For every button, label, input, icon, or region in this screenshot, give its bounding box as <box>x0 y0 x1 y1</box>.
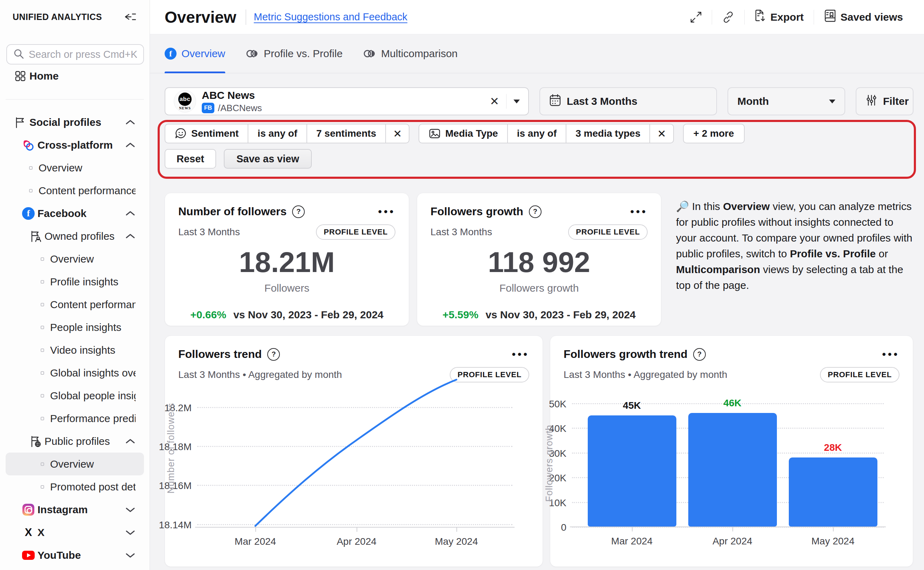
x-tick-label: Apr 2024 <box>712 536 752 547</box>
page-title: Overview <box>165 8 237 27</box>
card-title: Followers growth <box>431 205 523 218</box>
view-tabs: fOverviewProfile vs. ProfileMulticompari… <box>150 34 924 73</box>
filter-field[interactable]: Sentiment <box>165 124 248 142</box>
search-box[interactable] <box>6 44 144 64</box>
card-menu-icon[interactable]: ••• <box>378 208 396 215</box>
y-tick-label: 18.16M <box>159 480 197 492</box>
sidebar-item-label: Promoted post dete... <box>50 481 136 493</box>
sidebar-item-people-insights[interactable]: People insights <box>6 316 144 339</box>
x-tick <box>255 527 256 532</box>
chevron-down-icon[interactable] <box>125 507 136 513</box>
sidebar-item-overview[interactable]: Overview <box>6 156 144 179</box>
sidebar-item-profile-insights[interactable]: Profile insights <box>6 270 144 293</box>
search-input[interactable] <box>29 49 137 60</box>
sidebar-item-owned-profiles[interactable]: Owned profiles <box>6 225 144 248</box>
aggregation-caret <box>829 100 835 103</box>
bullet-icon <box>41 348 44 352</box>
date-range-button[interactable]: Last 3 Months <box>539 87 717 115</box>
profile-selector[interactable]: abc NEWS ABC News FB /ABCNews ✕ <box>165 87 529 115</box>
chevron-down-icon[interactable] <box>125 552 136 558</box>
sidebar-item-video-insights[interactable]: Video insights <box>6 339 144 362</box>
reset-button[interactable]: Reset <box>165 149 216 169</box>
followers-value: 18.21M <box>165 246 409 279</box>
profile-level-badge: PROFILE LEVEL <box>820 367 900 383</box>
filter-value[interactable]: 7 sentiments <box>307 124 386 142</box>
growth-label: Followers growth <box>417 282 661 294</box>
bullet-icon <box>41 257 44 261</box>
filter-button[interactable]: Filter <box>856 87 913 115</box>
remove-filter-icon[interactable]: ✕ <box>386 124 409 142</box>
abc-news-logo: abc NEWS <box>174 90 196 112</box>
card-menu-icon[interactable]: ••• <box>512 351 529 358</box>
sidebar-item-x[interactable]: XX <box>6 521 144 544</box>
sidebar-item-public-profiles[interactable]: Public profiles <box>6 430 144 452</box>
sidebar-item-social-profiles[interactable]: Social profiles <box>6 111 144 133</box>
saved-views-icon <box>824 9 837 25</box>
sidebar-item-label: Performance predict... <box>50 412 136 424</box>
home-grid-icon <box>14 70 27 83</box>
chevron-down-icon[interactable] <box>125 529 136 536</box>
card-menu-icon[interactable]: ••• <box>882 351 900 358</box>
chart-period: Last 3 Months • Aggregated by month <box>564 369 727 380</box>
bar-may-2024[interactable] <box>789 458 877 527</box>
sidebar-item-global-insights-overv[interactable]: Global insights overv... <box>6 362 144 384</box>
bullet-icon <box>41 417 44 420</box>
metric-suggestions-link[interactable]: Metric Suggestions and Feedback <box>254 11 407 23</box>
sidebar-item-home[interactable]: Home <box>6 64 144 87</box>
bar-apr-2024[interactable] <box>688 413 777 527</box>
sidebar-item-content-performance[interactable]: Content performance <box>6 293 144 316</box>
help-icon[interactable]: ? <box>529 205 542 218</box>
sidebar-item-instagram[interactable]: Instagram <box>6 498 144 521</box>
help-icon[interactable]: ? <box>292 205 305 218</box>
profile-dropdown-caret[interactable] <box>513 100 520 103</box>
help-icon[interactable]: ? <box>693 348 706 361</box>
filter-value[interactable]: 3 media types <box>567 124 650 142</box>
flag-icon <box>14 116 27 129</box>
sidebar-item-cross-platform[interactable]: Cross-platform <box>6 133 144 156</box>
save-as-view-button[interactable]: Save as view <box>224 149 312 169</box>
chevron-up-icon[interactable] <box>125 210 136 217</box>
profile-name: ABC News <box>202 89 262 101</box>
sidebar-item-overview[interactable]: Overview <box>6 248 144 270</box>
date-range-label: Last 3 Months <box>567 95 637 107</box>
tab-profile-vs-profile[interactable]: Profile vs. Profile <box>246 34 342 73</box>
sidebar-item-label: Profile insights <box>50 276 118 288</box>
sidebar-item-global-people-insights[interactable]: Global people insights <box>6 384 144 407</box>
info-text: or <box>876 248 888 259</box>
y-tick-label: 50K <box>549 398 572 410</box>
expand-button[interactable] <box>680 11 712 23</box>
filter-operator[interactable]: is any of <box>508 124 567 142</box>
filter-field[interactable]: Media Type <box>419 124 507 142</box>
remove-profile-icon[interactable]: ✕ <box>490 95 499 108</box>
page-header: Overview Metric Suggestions and Feedback… <box>150 0 924 34</box>
aggregation-label: Month <box>737 95 769 107</box>
sidebar-item-facebook[interactable]: fFacebook <box>6 202 144 225</box>
sidebar-item-promoted-post-dete[interactable]: Promoted post dete... <box>6 475 144 498</box>
collapse-sidebar-icon[interactable] <box>123 10 137 24</box>
more-filters-button[interactable]: + 2 more <box>683 124 745 143</box>
sidebar-item-overview[interactable]: Overview <box>6 452 144 475</box>
copy-link-button[interactable] <box>712 11 744 23</box>
sidebar-item-performance-predict[interactable]: Performance predict... <box>6 407 144 430</box>
tab-multicomparison[interactable]: Multicomparison <box>363 34 457 73</box>
sidebar-item-content-performance[interactable]: Content performance <box>6 179 144 202</box>
saved-views-button[interactable]: Saved views <box>814 9 913 25</box>
export-button[interactable]: Export <box>745 9 814 25</box>
chevron-up-icon[interactable] <box>125 233 136 239</box>
sidebar-item-label: Social profiles <box>29 116 101 128</box>
aggregation-dropdown[interactable]: Month <box>727 87 845 115</box>
filter-operator[interactable]: is any of <box>248 124 307 142</box>
tab-overview[interactable]: fOverview <box>165 34 225 73</box>
sidebar-item-youtube[interactable]: YouTube <box>6 544 144 567</box>
help-icon[interactable]: ? <box>267 348 280 361</box>
chevron-up-icon[interactable] <box>125 119 136 126</box>
filter-chip-sentiment: Sentimentis any of7 sentiments✕ <box>165 124 409 143</box>
card-menu-icon[interactable]: ••• <box>630 208 648 215</box>
remove-filter-icon[interactable]: ✕ <box>650 124 673 142</box>
sidebar-item-label: Cross-platform <box>37 139 113 151</box>
y-axis-label: Number of followers <box>166 388 177 507</box>
chevron-up-icon[interactable] <box>125 438 136 444</box>
bullet-icon <box>29 166 32 170</box>
bar-mar-2024[interactable] <box>588 415 677 527</box>
chevron-up-icon[interactable] <box>125 142 136 148</box>
